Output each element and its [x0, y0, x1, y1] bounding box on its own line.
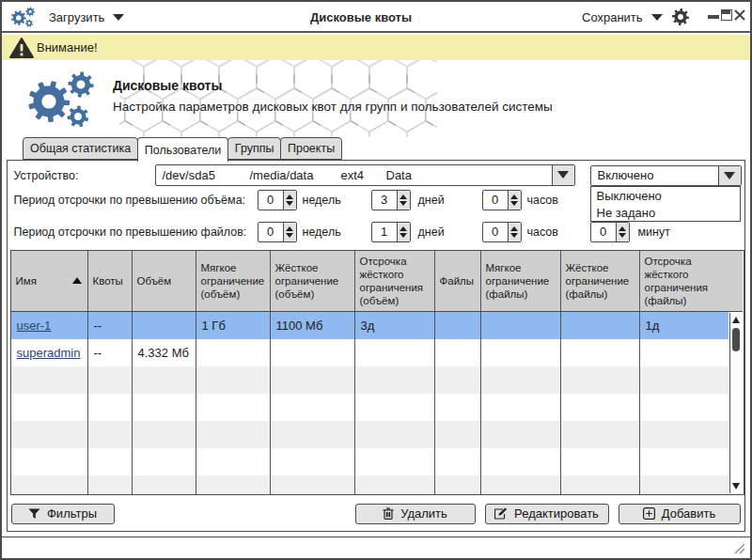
grace-volume-days-stepper[interactable]: 3 — [371, 190, 411, 210]
table-empty-row — [11, 394, 728, 421]
tab-label: Группы — [235, 142, 274, 155]
table-cell — [640, 421, 728, 448]
page-title: Дисковые квоты — [113, 78, 222, 93]
app-window: Дисковые квоты Загрузить Сохранить Внима… — [0, 0, 752, 560]
table-cell: 1д — [640, 312, 728, 339]
column-header-soft-volume[interactable]: Мягкое ограничение (объём) — [196, 251, 271, 311]
filters-button[interactable]: Фильтры — [11, 504, 115, 524]
step-up-icon — [400, 226, 407, 231]
vertical-scrollbar[interactable] — [729, 313, 744, 493]
stepper-value: 1 — [372, 223, 397, 241]
resize-grip[interactable] — [734, 543, 745, 554]
tab-groups[interactable]: Группы — [227, 137, 282, 160]
user-link[interactable]: user-1 — [17, 319, 52, 333]
button-label: Удалить — [400, 506, 447, 521]
table-cell — [561, 366, 640, 394]
grace-files-hours-stepper[interactable]: 0 — [482, 222, 522, 242]
tab-label: Пользователи — [145, 144, 222, 157]
table-cell — [88, 366, 133, 394]
column-header-grace-files[interactable]: Отсрочка жёсткого ограничения (файлы) — [640, 251, 743, 311]
header-band: Дисковые квоты Настройка параметров диск… — [2, 60, 750, 139]
close-button[interactable] — [734, 9, 745, 21]
stepper-buttons[interactable] — [397, 223, 410, 241]
table-cell — [88, 475, 133, 495]
table-cell — [481, 394, 561, 421]
edit-button[interactable]: Редактировать — [485, 504, 609, 524]
stepper-value: 0 — [258, 223, 283, 241]
add-button[interactable]: Добавить — [619, 504, 741, 524]
quota-state-option-off[interactable]: Выключено — [591, 187, 740, 204]
table-cell — [640, 366, 728, 394]
column-header-label: Жёсткое ограничение (файлы) — [566, 261, 634, 301]
maximize-button[interactable] — [721, 9, 732, 21]
stepper-buttons[interactable] — [616, 223, 629, 241]
warning-icon — [9, 38, 34, 58]
stepper-value: 0 — [483, 191, 508, 210]
quota-state-select-arrow[interactable] — [718, 166, 741, 185]
column-header-hard-volume[interactable]: Жёсткое ограничение (объём) — [271, 251, 355, 311]
table-cell — [640, 448, 728, 475]
user-link[interactable]: superadmin — [17, 346, 81, 360]
load-menu-label: Загрузить — [49, 10, 104, 24]
quota-state-option-unset[interactable]: Не задано — [591, 204, 740, 221]
tab-label: Общая статистика — [30, 142, 131, 155]
tab-projects[interactable]: Проекты — [280, 137, 342, 160]
grace-volume-hours-unit: часов — [527, 194, 558, 207]
column-header-quotas[interactable]: Квоты — [88, 251, 133, 311]
column-header-grace-volume[interactable]: Отсрочка жёсткого ограничения (объём) — [355, 251, 435, 311]
grace-files-label: Период отсрочки по превышению файлов: — [14, 226, 247, 239]
table-cell — [196, 421, 271, 448]
stepper-buttons[interactable] — [508, 191, 521, 210]
minimize-button[interactable] — [708, 15, 719, 19]
table-cell — [640, 339, 728, 366]
table-row[interactable]: user-1 -- 1 Гб 1100 Мб 3д 1д — [11, 312, 728, 339]
quota-state-select[interactable]: Включено — [590, 165, 742, 186]
table-cell: 1100 Мб — [271, 312, 355, 339]
column-header-files[interactable]: Файлы — [435, 251, 481, 311]
scrollbar-thumb[interactable] — [732, 328, 740, 351]
tab-general-stats[interactable]: Общая статистика — [23, 137, 138, 160]
settings-gear-icon[interactable] — [672, 8, 689, 25]
device-part-name: /dev/sda5 — [163, 168, 215, 182]
table-cell — [435, 448, 481, 475]
column-header-label: Отсрочка жёсткого ограничения (объём) — [360, 255, 430, 307]
table-cell — [640, 394, 728, 421]
column-header-label: Квоты — [93, 274, 123, 288]
load-menu-button[interactable]: Загрузить — [49, 2, 124, 32]
step-up-icon — [286, 226, 293, 231]
grace-volume-hours-stepper[interactable]: 0 — [482, 190, 522, 210]
table-row[interactable]: superadmin -- 4.332 Мб — [11, 339, 728, 366]
column-header-volume[interactable]: Объём — [133, 251, 196, 311]
grace-files-minutes-stepper[interactable]: 0 — [590, 222, 630, 242]
grace-volume-weeks-stepper[interactable]: 0 — [258, 190, 297, 210]
grace-files-days-stepper[interactable]: 1 — [371, 222, 411, 242]
column-header-soft-files[interactable]: Мягкое ограничение (файлы) — [481, 251, 561, 311]
scroll-down-icon[interactable] — [732, 483, 740, 490]
tab-bar: Общая статистика Пользователи Группы Про… — [23, 137, 341, 162]
table-cell — [355, 448, 435, 475]
column-header-label: Мягкое ограничение (файлы) — [486, 261, 556, 301]
column-header-name[interactable]: Имя — [11, 251, 88, 311]
stepper-buttons[interactable] — [283, 191, 296, 210]
delete-button[interactable]: Удалить — [355, 504, 476, 524]
stepper-buttons[interactable] — [397, 191, 410, 210]
table-cell — [481, 339, 561, 366]
save-menu-button[interactable]: Сохранить — [582, 2, 663, 32]
table-cell — [435, 312, 481, 339]
step-down-icon — [286, 233, 293, 238]
table-cell — [435, 475, 481, 495]
device-select-arrow[interactable] — [552, 165, 574, 185]
plus-icon — [643, 507, 655, 520]
grace-files-weeks-stepper[interactable]: 0 — [258, 222, 297, 242]
device-label: Устройство: — [14, 169, 79, 182]
device-select[interactable]: /dev/sda5/media/dataext4Data — [155, 164, 575, 186]
warning-bar: Внимание! — [2, 35, 750, 60]
table-cell — [196, 448, 271, 475]
quota-state-dropdown: Выключено Не задано — [590, 186, 741, 222]
column-header-hard-files[interactable]: Жёсткое ограничение (файлы) — [561, 251, 640, 311]
scroll-up-icon[interactable] — [732, 317, 740, 323]
stepper-buttons[interactable] — [508, 223, 521, 241]
stepper-buttons[interactable] — [283, 223, 296, 241]
tab-users[interactable]: Пользователи — [137, 137, 229, 162]
table-cell — [561, 448, 640, 475]
